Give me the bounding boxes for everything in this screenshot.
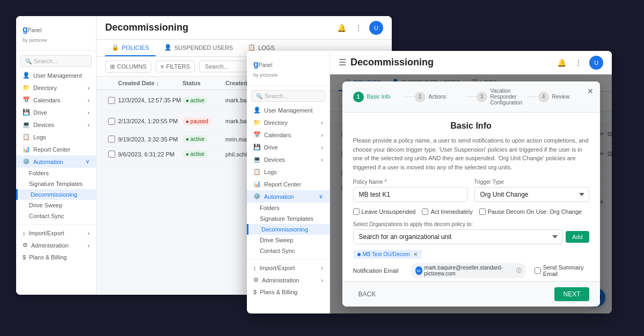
next-button[interactable]: NEXT bbox=[554, 287, 589, 301]
fg-topbar-icons: 🔔 ⋮ U bbox=[555, 56, 603, 70]
fg-sidebar-admin[interactable]: ⚙Administration › bbox=[247, 274, 330, 286]
chevron-icon: › bbox=[321, 132, 323, 138]
sidebar-sub-contact-sync[interactable]: Contact Sync bbox=[16, 211, 96, 221]
fg-directory-icon: 📁 bbox=[253, 119, 261, 126]
sidebar-sub-decommissioning[interactable]: Decommissioning bbox=[16, 189, 96, 200]
filter-icon: ≡ bbox=[160, 63, 164, 70]
report-icon: 📊 bbox=[23, 146, 30, 153]
fg-sub-folders[interactable]: Folders bbox=[247, 203, 330, 213]
modal-steps: 1 Basic Info 2 Actions 3 Vacation Respon… bbox=[342, 81, 600, 113]
fg-sidebar-import[interactable]: ↕Import/Export › bbox=[247, 262, 330, 274]
fg-search-placeholder: Search... bbox=[265, 93, 288, 99]
fg-search-bar[interactable]: 🔍 Search... bbox=[251, 90, 325, 102]
fg-sub-decommissioning[interactable]: Decommissioning bbox=[247, 224, 330, 235]
bg-search-bar[interactable]: 🔍 Search... bbox=[20, 55, 92, 67]
checkboxes-row: Leave Unsuspended Act Immediately Pause … bbox=[353, 208, 589, 215]
fg-page-title: Decommissioning bbox=[350, 57, 434, 68]
back-button[interactable]: BACK bbox=[353, 288, 382, 301]
send-summary-input[interactable] bbox=[535, 267, 541, 274]
fg-sidebar-directory[interactable]: 📁Directory › bbox=[247, 116, 330, 129]
act-immediately-input[interactable] bbox=[422, 208, 428, 215]
fg-calendar-icon: 📅 bbox=[253, 131, 261, 138]
plans-icon: $ bbox=[23, 254, 26, 260]
sidebar-item-plans[interactable]: $Plans & Billing bbox=[16, 251, 96, 263]
modal-body: Basic Info Please provide a policy name,… bbox=[342, 113, 600, 281]
row-checkbox[interactable] bbox=[105, 136, 118, 143]
fg-user-avatar[interactable]: U bbox=[589, 56, 603, 70]
sidebar-item-import-export[interactable]: ↕Import/Export › bbox=[16, 227, 96, 239]
form-row-names: Policy Name * Trigger Type Org Unit Chan… bbox=[353, 179, 589, 202]
sidebar-sub-drive-sweep[interactable]: Drive Sweep bbox=[16, 200, 96, 211]
step-1-circle: 1 bbox=[353, 92, 364, 102]
chevron-icon: › bbox=[321, 144, 323, 151]
sidebar-sub-signature[interactable]: Signature Templates bbox=[16, 178, 96, 189]
sidebar-item-devices[interactable]: 💻Devices › bbox=[16, 118, 96, 131]
sidebar-item-calendars[interactable]: 📅Calendars › bbox=[16, 94, 96, 106]
step-3-circle: 3 bbox=[477, 92, 487, 102]
policy-name-input[interactable] bbox=[353, 187, 468, 202]
bg-topbar-icons: 🔔 ⋮ U bbox=[335, 21, 383, 35]
hamburger-icon[interactable]: ☰ bbox=[339, 57, 346, 68]
nav-label: Report Center bbox=[33, 146, 70, 153]
sidebar-item-logs[interactable]: 📋Logs bbox=[16, 131, 96, 143]
notification-icon[interactable]: 🔔 bbox=[335, 21, 348, 34]
sidebar-item-user-management[interactable]: 👤User Management bbox=[16, 69, 96, 81]
import-icon: ↕ bbox=[23, 230, 26, 236]
fg-sub-drive-sweep[interactable]: Drive Sweep bbox=[247, 235, 330, 245]
trigger-type-select[interactable]: Org Unit Change User Suspension bbox=[474, 187, 589, 202]
fg-sidebar-logs[interactable]: 📋Logs bbox=[247, 166, 330, 178]
row-checkbox[interactable] bbox=[105, 151, 118, 158]
fg-sidebar: gPanelby pictorew 🔍 Search... 👤User Mana… bbox=[247, 51, 330, 313]
tab-suspended-users[interactable]: 👤 SUSPENDED USERS bbox=[158, 40, 239, 56]
fg-sidebar-user-management[interactable]: 👤User Management bbox=[247, 104, 330, 116]
org-select[interactable]: Search for an organizational unit bbox=[353, 229, 562, 244]
fg-admin-icon: ⚙ bbox=[253, 277, 259, 283]
fg-notification-icon[interactable]: 🔔 bbox=[555, 56, 568, 69]
sidebar-item-drive[interactable]: 💾Drive › bbox=[16, 106, 96, 118]
org-tag: MB Test OU/Decom ✕ bbox=[353, 250, 422, 259]
bg-topbar: Decommissioning 🔔 ⋮ U bbox=[97, 16, 392, 40]
user-avatar[interactable]: U bbox=[369, 21, 383, 35]
sidebar-item-directory[interactable]: 📁Directory › bbox=[16, 81, 96, 94]
nav-label: Devices bbox=[33, 122, 54, 128]
fg-sidebar-drive[interactable]: 💾Drive › bbox=[247, 141, 330, 153]
org-tag-remove[interactable]: ✕ bbox=[413, 251, 418, 257]
leave-unsuspended-input[interactable] bbox=[353, 208, 360, 215]
status-badge: ● active bbox=[182, 96, 208, 104]
fg-sub-contact-sync[interactable]: Contact Sync bbox=[247, 245, 330, 256]
row-checkbox[interactable] bbox=[105, 97, 118, 104]
email-avatar: M bbox=[415, 266, 422, 275]
sidebar-item-automation[interactable]: ⚙️Automation ∨ bbox=[16, 155, 96, 168]
sidebar-item-administration[interactable]: ⚙Administration › bbox=[16, 239, 96, 251]
notification-row: Notification Email M mark.baquire@resell… bbox=[353, 263, 589, 278]
search-placeholder: Search... bbox=[34, 58, 57, 64]
row-checkbox[interactable] bbox=[105, 118, 118, 125]
modal-close-button[interactable]: ✕ bbox=[585, 86, 596, 96]
modal-title: Basic Info bbox=[353, 121, 589, 131]
fg-sidebar-report[interactable]: 📊Report Center bbox=[247, 178, 330, 190]
sidebar-sub-folders[interactable]: Folders bbox=[16, 168, 96, 178]
org-add-button[interactable]: Add bbox=[566, 231, 589, 243]
sidebar-item-report-center[interactable]: 📊Report Center bbox=[16, 143, 96, 155]
pause-decom-checkbox[interactable]: Pause Decom On Use: Org Change bbox=[479, 208, 582, 215]
fg-more-icon[interactable]: ⋮ bbox=[572, 56, 585, 69]
fg-user-icon: 👤 bbox=[253, 107, 261, 114]
act-immediately-checkbox[interactable]: Act Immediately bbox=[422, 208, 472, 215]
fg-sidebar-automation[interactable]: ⚙️Automation ∨ bbox=[247, 190, 330, 203]
form-group-trigger: Trigger Type Org Unit Change User Suspen… bbox=[474, 179, 589, 202]
email-info-icon[interactable]: ⓘ bbox=[516, 267, 522, 274]
leave-unsuspended-checkbox[interactable]: Leave Unsuspended bbox=[353, 208, 416, 215]
fg-sidebar-devices[interactable]: 💻Devices › bbox=[247, 153, 330, 166]
suspended-icon: 👤 bbox=[164, 44, 172, 51]
columns-button[interactable]: ⊞ COLUMNS bbox=[105, 61, 151, 73]
fg-sub-signature[interactable]: Signature Templates bbox=[247, 213, 330, 224]
fg-sidebar-calendars[interactable]: 📅Calendars › bbox=[247, 129, 330, 141]
more-icon[interactable]: ⋮ bbox=[352, 21, 365, 34]
tab-policies[interactable]: 🔒 POLICIES bbox=[105, 40, 156, 56]
pause-decom-input[interactable] bbox=[479, 208, 486, 215]
search-icon: 🔍 bbox=[25, 58, 32, 64]
fg-sidebar-plans[interactable]: $Plans & Billing bbox=[247, 286, 330, 298]
send-summary-checkbox[interactable]: Send Summary Email bbox=[535, 264, 589, 277]
policies-icon: 🔒 bbox=[112, 44, 119, 51]
filters-button[interactable]: ≡ FILTERS bbox=[156, 61, 195, 72]
